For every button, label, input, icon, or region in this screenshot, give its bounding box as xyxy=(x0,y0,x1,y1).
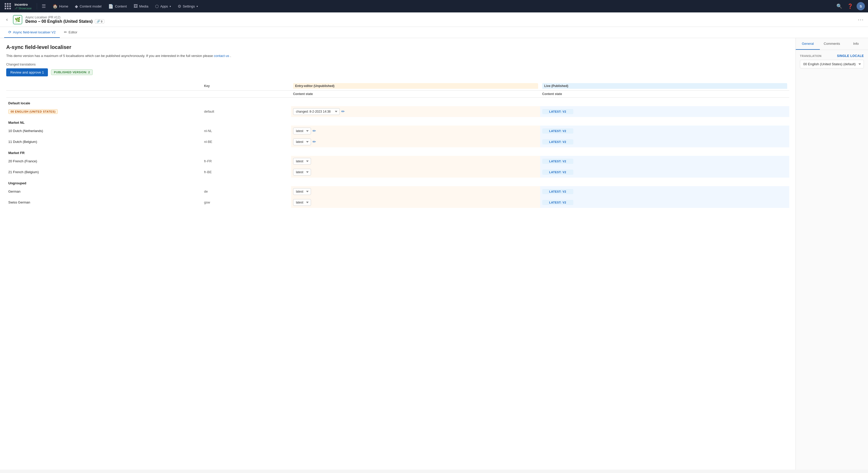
nav-content[interactable]: 📄 Content xyxy=(105,2,130,10)
doc-icon: 🌿 xyxy=(13,15,22,24)
brand-sub: Showcase xyxy=(14,7,32,10)
locale-key-cell: gsw xyxy=(202,197,291,208)
col-live-header: Live (Published) xyxy=(540,82,789,91)
edit-button[interactable]: ✏ xyxy=(313,128,316,133)
tab-editor-icon: ✏ xyxy=(64,30,67,34)
search-icon[interactable]: 🔍 xyxy=(835,2,844,11)
published-badge: PUBLISHED VERSION: 2 xyxy=(51,69,93,75)
sidebar-tab-general[interactable]: General xyxy=(796,38,820,50)
live-header-cell: Live (Published) xyxy=(542,83,787,89)
content-model-icon: ◆ xyxy=(75,4,78,9)
sidebar-panel: General Comments Info TRANSLATION Single… xyxy=(796,38,868,470)
entry-state-cell: latest xyxy=(291,186,540,197)
more-actions-button[interactable]: ··· xyxy=(858,17,864,23)
entry-state-cell: changed: 8-2-2023 14:38✏ xyxy=(291,106,540,117)
entry-state-select[interactable]: latest xyxy=(293,188,311,195)
live-badge: LATEST: V2 xyxy=(542,159,573,164)
brand: incentro Showcase xyxy=(14,3,32,10)
content-icon: 📄 xyxy=(108,4,114,9)
contact-us-link[interactable]: contact us xyxy=(214,54,229,58)
settings-icon: ⚙ xyxy=(178,4,181,9)
doc-title: Demo – 00 English (United States) 🔗 0 xyxy=(25,19,104,24)
link-badge[interactable]: 🔗 0 xyxy=(95,19,104,24)
locale-name: 20 French (France) xyxy=(8,159,37,163)
locale-select[interactable]: 00 English (United States) (default) xyxy=(800,60,864,68)
hamburger-icon[interactable]: ☰ xyxy=(40,2,48,11)
apps-caret-icon: ▾ xyxy=(169,5,171,8)
entry-state-select[interactable]: latest xyxy=(293,158,311,165)
sidebar-tab-comments[interactable]: Comments xyxy=(820,38,844,50)
entry-header-cell: Entry-editor (Unpublished) xyxy=(293,83,538,89)
sidebar-tab-info[interactable]: Info xyxy=(844,38,868,50)
locales-table: Key Entry-editor (Unpublished) Live (Pub… xyxy=(6,82,789,208)
help-icon[interactable]: ❓ xyxy=(846,2,855,11)
nav-media-label: Media xyxy=(139,4,148,8)
locale-key-cell: de xyxy=(202,186,291,197)
doc-meta: Async Localiser (PR #12) Demo – 00 Engli… xyxy=(25,15,104,24)
col-entry-header: Entry-editor (Unpublished) xyxy=(291,82,540,91)
nav-home[interactable]: 🏠 Home xyxy=(50,2,71,10)
sidebar-tabs: General Comments Info xyxy=(796,38,868,50)
entry-state-select[interactable]: latest xyxy=(293,199,311,206)
live-badge: LATEST: V2 xyxy=(542,169,573,175)
live-badge: LATEST: V2 xyxy=(542,109,573,114)
nav-apps-label: Apps xyxy=(160,4,168,8)
live-badge: LATEST: V2 xyxy=(542,139,573,145)
entry-state-select[interactable]: changed: 8-2-2023 14:38 xyxy=(293,108,340,115)
changed-label: Changed translations xyxy=(6,63,789,66)
media-icon: 🖼 xyxy=(134,4,138,8)
locale-name: German xyxy=(8,190,21,193)
tab-editor[interactable]: ✏ Editor xyxy=(60,27,82,38)
sidebar-section-translation: TRANSLATION Single locale 00 English (Un… xyxy=(796,50,868,72)
col-locale-header xyxy=(6,82,202,91)
locale-key-cell: default xyxy=(202,106,291,117)
table-row: 10 Dutch (Netherlands)nl-NLlatest✏LATEST… xyxy=(6,126,789,136)
tab-async-icon: ⟳ xyxy=(8,30,11,34)
entry-state-select[interactable]: latest xyxy=(293,128,311,134)
nav-separator xyxy=(37,3,37,9)
locale-name: 10 Dutch (Netherlands) xyxy=(8,129,43,133)
nav-media[interactable]: 🖼 Media xyxy=(130,2,152,10)
secondbar: ‹ 🌿 Async Localiser (PR #12) Demo – 00 E… xyxy=(0,12,868,27)
page-title: A-sync field-level localiser xyxy=(6,44,789,50)
entry-state-cell: latest xyxy=(291,167,540,178)
entry-state-select[interactable]: latest xyxy=(293,169,311,176)
single-locale-toggle[interactable]: Single locale xyxy=(837,54,864,58)
live-state-cell: LATEST: V2 xyxy=(540,197,789,208)
entry-state-select[interactable]: latest xyxy=(293,138,311,145)
locale-name-cell: 11 Dutch (Belgium) xyxy=(6,136,202,147)
settings-caret-icon: ▾ xyxy=(196,5,198,8)
nav-settings[interactable]: ⚙ Settings ▾ xyxy=(175,2,201,10)
page-description: This demo version has a maximum of 5 loc… xyxy=(6,53,789,59)
nav-apps[interactable]: ⬡ Apps ▾ xyxy=(152,2,174,10)
back-button[interactable]: ‹ xyxy=(4,16,10,23)
tab-async-localiser[interactable]: ⟳ Async field-level localiser V2 xyxy=(4,27,60,38)
locale-name-cell: Swiss German xyxy=(6,197,202,208)
live-state-cell: LATEST: V2 xyxy=(540,186,789,197)
locale-name-cell: 21 French (Belgium) xyxy=(6,167,202,178)
nav-settings-label: Settings xyxy=(183,4,195,8)
nav-home-label: Home xyxy=(59,4,68,8)
nav-content-model[interactable]: ◆ Content model xyxy=(72,2,104,10)
table-row: GermandelatestLATEST: V2 xyxy=(6,186,789,197)
group-row: Default locale xyxy=(6,98,789,106)
edit-button[interactable]: ✏ xyxy=(313,139,316,144)
col-key-header: Key xyxy=(202,82,291,91)
entry-state-cell: latest✏ xyxy=(291,126,540,136)
locale-key-cell: fr-FR xyxy=(202,156,291,167)
review-approve-button[interactable]: Review and approve 1 xyxy=(6,68,48,76)
table-row: 11 Dutch (Belgium)nl-BElatest✏LATEST: V2 xyxy=(6,136,789,147)
locale-name-cell: 10 Dutch (Netherlands) xyxy=(6,126,202,136)
locale-badge: 00 ENGLISH (UNITED STATES) xyxy=(8,109,58,114)
entry-state-label: Content state xyxy=(293,92,313,96)
locale-key-cell: nl-NL xyxy=(202,126,291,136)
edit-button[interactable]: ✏ xyxy=(341,109,345,114)
avatar[interactable]: S xyxy=(857,2,865,10)
locale-name: 11 Dutch (Belgium) xyxy=(8,140,37,144)
live-state-cell: LATEST: V2 xyxy=(540,136,789,147)
actions-row: Review and approve 1 PUBLISHED VERSION: … xyxy=(6,68,789,76)
nav-content-label: Content xyxy=(115,4,127,8)
apps-grid-icon[interactable] xyxy=(3,2,12,11)
live-state-cell: LATEST: V2 xyxy=(540,126,789,136)
live-badge: LATEST: V2 xyxy=(542,200,573,205)
